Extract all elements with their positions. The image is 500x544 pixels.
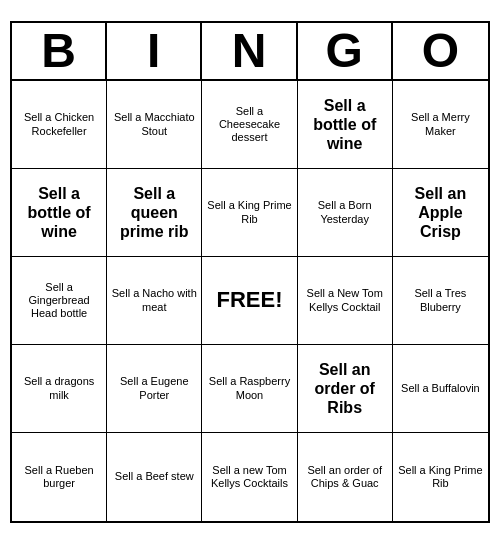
bingo-cell-15: Sell a dragons milk	[12, 345, 107, 433]
bingo-card: BINGO Sell a Chicken RockefellerSell a M…	[10, 21, 490, 523]
bingo-cell-text-0: Sell a Chicken Rockefeller	[16, 111, 102, 137]
bingo-cell-7: Sell a King Prime Rib	[202, 169, 297, 257]
bingo-cell-4: Sell a Merry Maker	[393, 81, 488, 169]
bingo-cell-text-17: Sell a Raspberry Moon	[206, 375, 292, 401]
bingo-cell-20: Sell a Rueben burger	[12, 433, 107, 521]
bingo-cell-3: Sell a bottle of wine	[298, 81, 393, 169]
bingo-letter-b: B	[12, 23, 107, 79]
bingo-cell-6: Sell a queen prime rib	[107, 169, 202, 257]
bingo-letter-g: G	[298, 23, 393, 79]
bingo-cell-21: Sell a Beef stew	[107, 433, 202, 521]
bingo-cell-16: Sell a Eugene Porter	[107, 345, 202, 433]
bingo-cell-text-2: Sell a Cheesecake dessert	[206, 105, 292, 145]
bingo-cell-24: Sell a King Prime Rib	[393, 433, 488, 521]
bingo-cell-text-12: FREE!	[216, 287, 282, 313]
bingo-cell-8: Sell a Born Yesterday	[298, 169, 393, 257]
bingo-cell-text-1: Sell a Macchiato Stout	[111, 111, 197, 137]
bingo-cell-12: FREE!	[202, 257, 297, 345]
bingo-cell-text-16: Sell a Eugene Porter	[111, 375, 197, 401]
bingo-cell-text-14: Sell a Tres Bluberry	[397, 287, 484, 313]
bingo-cell-9: Sell an Apple Crisp	[393, 169, 488, 257]
bingo-cell-text-20: Sell a Rueben burger	[16, 464, 102, 490]
bingo-cell-text-23: Sell an order of Chips & Guac	[302, 464, 388, 490]
bingo-letter-o: O	[393, 23, 488, 79]
bingo-cell-text-6: Sell a queen prime rib	[111, 184, 197, 242]
bingo-cell-text-15: Sell a dragons milk	[16, 375, 102, 401]
bingo-cell-18: Sell an order of Ribs	[298, 345, 393, 433]
bingo-cell-19: Sell a Buffalovin	[393, 345, 488, 433]
bingo-cell-2: Sell a Cheesecake dessert	[202, 81, 297, 169]
bingo-cell-text-11: Sell a Nacho with meat	[111, 287, 197, 313]
bingo-cell-22: Sell a new Tom Kellys Cocktails	[202, 433, 297, 521]
bingo-cell-text-18: Sell an order of Ribs	[302, 360, 388, 418]
bingo-cell-0: Sell a Chicken Rockefeller	[12, 81, 107, 169]
bingo-cell-text-21: Sell a Beef stew	[115, 470, 194, 483]
bingo-cell-text-10: Sell a Gingerbread Head bottle	[16, 281, 102, 321]
bingo-cell-text-22: Sell a new Tom Kellys Cocktails	[206, 464, 292, 490]
bingo-letter-i: I	[107, 23, 202, 79]
bingo-cell-text-4: Sell a Merry Maker	[397, 111, 484, 137]
bingo-header: BINGO	[12, 23, 488, 81]
bingo-cell-text-19: Sell a Buffalovin	[401, 382, 480, 395]
bingo-cell-1: Sell a Macchiato Stout	[107, 81, 202, 169]
bingo-cell-23: Sell an order of Chips & Guac	[298, 433, 393, 521]
bingo-cell-text-9: Sell an Apple Crisp	[397, 184, 484, 242]
bingo-cell-text-24: Sell a King Prime Rib	[397, 464, 484, 490]
bingo-cell-text-5: Sell a bottle of wine	[16, 184, 102, 242]
bingo-cell-13: Sell a New Tom Kellys Cocktail	[298, 257, 393, 345]
bingo-cell-14: Sell a Tres Bluberry	[393, 257, 488, 345]
bingo-cell-11: Sell a Nacho with meat	[107, 257, 202, 345]
bingo-cell-text-13: Sell a New Tom Kellys Cocktail	[302, 287, 388, 313]
bingo-cell-text-8: Sell a Born Yesterday	[302, 199, 388, 225]
bingo-cell-text-7: Sell a King Prime Rib	[206, 199, 292, 225]
bingo-cell-5: Sell a bottle of wine	[12, 169, 107, 257]
bingo-cell-17: Sell a Raspberry Moon	[202, 345, 297, 433]
bingo-cell-text-3: Sell a bottle of wine	[302, 96, 388, 154]
bingo-letter-n: N	[202, 23, 297, 79]
bingo-cell-10: Sell a Gingerbread Head bottle	[12, 257, 107, 345]
bingo-grid: Sell a Chicken RockefellerSell a Macchia…	[12, 81, 488, 521]
